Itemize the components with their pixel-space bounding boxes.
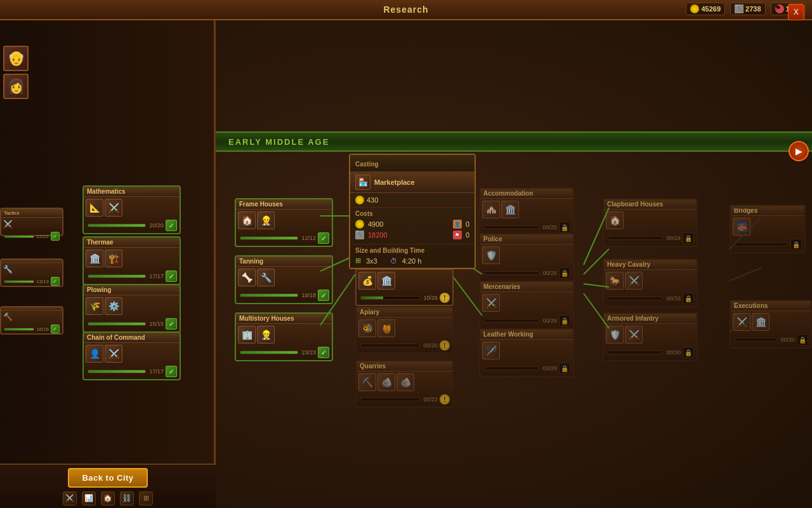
frame-houses-icon1: 🏠: [238, 211, 256, 229]
tech-node-chain-of-command[interactable]: Chain of Command 👤 ⚔️ 17/17 ✓: [82, 331, 181, 380]
svg-line-11: [730, 268, 761, 281]
frame-houses-check: ✓: [318, 232, 329, 244]
apiary-bar: [360, 344, 420, 347]
cost-gold-val: 4900: [368, 220, 383, 228]
chain-progress-bar: [88, 370, 146, 373]
tech-node-leather-working[interactable]: Leather Working 🪡 00/29 🔒: [479, 328, 574, 377]
frame-houses-header: Frame Houses: [236, 199, 332, 210]
cost-flag-icon: ⚑: [453, 231, 462, 239]
cost-row-tools: 🔨 18200 ⚑ 0: [355, 231, 469, 239]
economics-progress: 10/26 !: [357, 291, 452, 305]
apiary-header: Apiary: [357, 307, 452, 318]
economics-icon2: 🏛️: [377, 272, 395, 290]
plowing-progress-bar: [88, 322, 146, 326]
frame-houses-progress: 12/12 ✓: [236, 231, 332, 246]
quarries-header: Quarries: [357, 361, 452, 371]
page-title: Research: [383, 4, 428, 15]
age-label: EARLY MIDDLE AGE: [216, 131, 812, 152]
thermae-progress-label: 17/17: [149, 273, 164, 279]
bottom-icon-sword[interactable]: ⚔️: [63, 491, 77, 505]
tech-node-mercenaries[interactable]: Mercenaries ⚔️ 00/26 🔒: [479, 281, 574, 330]
economics-body: 💰 🏛️: [357, 270, 452, 291]
accommodation-body: 🏘️ 🏛️: [480, 199, 573, 220]
economics-label: 10/26: [423, 295, 438, 301]
bottom-icon-grid[interactable]: ⊞: [139, 491, 153, 505]
thermae-progress-fill: [88, 275, 145, 277]
left-edge-node-1[interactable]: Tactics ⚔️ 22/22 ✓: [0, 208, 63, 236]
mathematics-icon2: ⚔️: [105, 199, 122, 217]
tech-node-armored-infantry[interactable]: Armored Infantry 🛡️ ⚔️ 00/30 🔒: [603, 312, 698, 361]
tech-node-plowing[interactable]: Plowing 🌾 ⚙️ 15/15 ✓: [82, 284, 181, 333]
thermae-check: ✓: [166, 271, 177, 282]
armored-infantry-bar: [608, 351, 663, 354]
tech-node-police[interactable]: Police 🛡️ 00/26 🔒: [479, 233, 574, 282]
clapboard-label: 00/24: [666, 235, 681, 241]
tanning-bar: [240, 293, 298, 297]
tech-node-bridges[interactable]: Bridges 🌉 🔒: [730, 204, 806, 253]
mathematics-body: 📐 ⚔️: [84, 197, 180, 218]
economics-bar: [360, 296, 420, 300]
multistory-label: 23/23: [301, 349, 316, 356]
cost-tools-val: 18200: [368, 231, 388, 239]
tech-node-thermae[interactable]: Thermae 🏛️ 🏗️ 17/17 ✓: [82, 236, 181, 285]
tools-value: 2738: [745, 5, 761, 13]
cost-gold-icon: [355, 220, 364, 229]
tech-node-mathematics[interactable]: Mathematics 📐 ⚔️ 20/20 ✓: [82, 185, 181, 234]
tech-node-accommodation[interactable]: Accommodation 🏘️ 🏛️ 00/25 🔒: [479, 187, 574, 236]
cost-pop2-val: 0: [466, 231, 469, 239]
left-edge-node-3[interactable]: 🔨 16/16 ✓: [0, 306, 63, 335]
tooltip-size-title: Size and Building Time: [355, 247, 469, 254]
tech-node-heavy-cavalry[interactable]: Heavy Cavalry 🐎 ⚔️ 00/33 🔒: [603, 258, 698, 307]
tech-node-apiary[interactable]: Apiary 🐝 🍯 00/20 !: [355, 306, 454, 354]
tech-node-frame-houses[interactable]: Frame Houses 🏠 👷 12/12 ✓: [235, 198, 333, 247]
flag-icon: ⚑: [775, 4, 784, 13]
plowing-icon2: ⚙️: [105, 297, 122, 315]
left-edge-body-3: 🔨: [1, 311, 62, 323]
left-edge-fill-2: [4, 281, 34, 283]
frame-houses-bar: [240, 236, 298, 240]
left-edge-body-2: 🔧: [1, 263, 62, 276]
bridges-body: 🌉: [731, 216, 804, 237]
chain-progress-row: 17/17 ✓: [84, 364, 180, 379]
nav-right-button[interactable]: ▶: [789, 141, 809, 161]
multistory-body: 🏢 👷: [236, 324, 332, 345]
bottom-icon-house[interactable]: 🏠: [101, 491, 115, 505]
avatar-2[interactable]: 👩: [3, 74, 29, 99]
left-edge-node-2[interactable]: 🔧 13/13 ✓: [0, 258, 63, 287]
bottom-icon-chain[interactable]: ⛓️: [120, 491, 134, 505]
heavy-cavalry-body: 🐎 ⚔️: [604, 270, 697, 291]
clapboard-bar: [608, 236, 663, 240]
close-button[interactable]: X: [788, 4, 804, 20]
plowing-progress-row: 15/15 ✓: [84, 317, 180, 331]
tech-node-clapboard[interactable]: Clapboard Houses 🏠 00/24 🔒: [603, 198, 698, 247]
tooltip-points-icon: [355, 196, 364, 204]
heavy-cavalry-bar: [608, 297, 663, 300]
mercenaries-bar: [484, 319, 539, 323]
apiary-body: 🐝 🍯: [357, 318, 452, 339]
mercenaries-label: 00/26: [542, 318, 557, 324]
mathematics-header: Mathematics: [84, 187, 180, 197]
mercenaries-progress: 00/26 🔒: [480, 314, 573, 328]
frame-houses-body: 🏠 👷: [236, 210, 332, 231]
tech-node-multistory[interactable]: Multistory Houses 🏢 👷 23/23 ✓: [235, 312, 333, 361]
tanning-check: ✓: [318, 290, 329, 301]
bottom-bar: Back to City ⚔️ 📊 🏠 ⛓️ ⊞: [0, 464, 216, 508]
mathematics-progress-label: 20/20: [149, 222, 164, 229]
tech-node-tanning[interactable]: Tanning 🦴 🔧 18/18 ✓: [235, 255, 333, 304]
chain-progress-label: 17/17: [149, 368, 164, 375]
accommodation-label: 00/25: [542, 224, 557, 231]
plowing-icon: 🌾: [86, 297, 103, 315]
left-edge-label-3: 16/16: [36, 326, 49, 332]
tech-node-executions[interactable]: Executions ⚔️ 🏛️ 00/20 🔒: [730, 300, 812, 349]
avatar-1[interactable]: 👴: [3, 46, 29, 71]
back-to-city-button[interactable]: Back to City: [68, 468, 147, 488]
bottom-icon-chart[interactable]: 📊: [82, 491, 96, 505]
multistory-header: Multistory Houses: [236, 314, 332, 324]
mercenaries-lock: 🔒: [559, 315, 570, 326]
tooltip-grid-icon: ⊞: [355, 257, 361, 265]
tech-node-quarries[interactable]: Quarries ⛏️ 🪨 🪨 00/22 !: [355, 360, 454, 408]
tooltip-clock-icon: ⏱: [390, 257, 397, 265]
quarries-bar: [360, 398, 420, 401]
police-body: 🛡️: [480, 244, 573, 266]
tooltip-costs-title: Costs: [355, 210, 469, 217]
